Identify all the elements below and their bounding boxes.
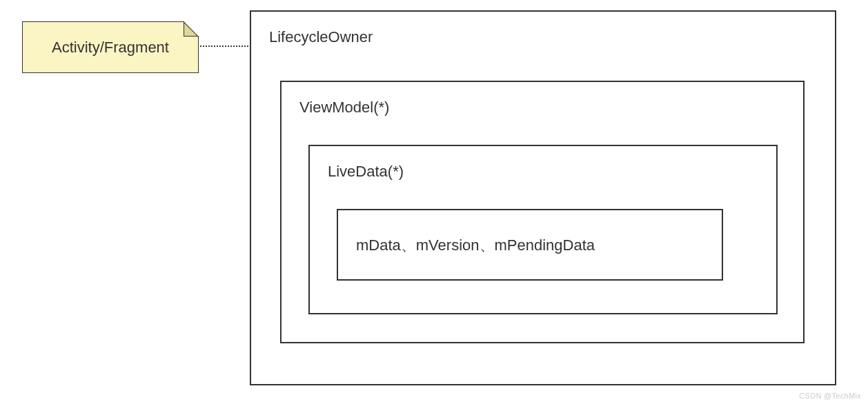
note-activity-fragment: Activity/Fragment [22,21,199,73]
watermark: CSDN @TechMix [799,392,861,400]
box-members: mData、mVersion、mPendingData [337,209,723,281]
note-label: Activity/Fragment [23,22,198,72]
dashed-connector [200,46,248,47]
label-lifecycle-owner: LifecycleOwner [251,12,835,46]
label-viewmodel: ViewModel(*) [282,82,803,117]
label-livedata: LiveData(*) [310,146,776,181]
label-members: mData、mVersion、mPendingData [338,210,722,256]
note-fold-diagonal [184,21,199,37]
